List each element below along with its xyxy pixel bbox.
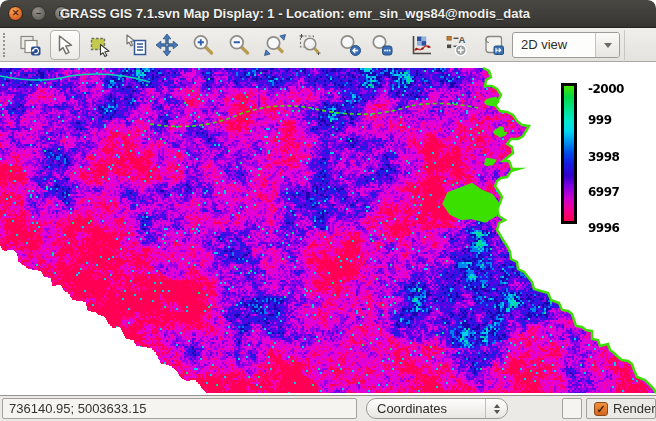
chevron-down-icon bbox=[494, 410, 500, 414]
close-button[interactable]: ✕ bbox=[8, 6, 23, 21]
statusbar: 736140.95; 5003633.15 Coordinates ✓ Rend… bbox=[0, 395, 656, 421]
svg-text:A: A bbox=[459, 34, 466, 45]
display-map-icon bbox=[18, 33, 42, 57]
map-raster-canvas[interactable] bbox=[0, 62, 656, 395]
map-toolbar: A 2D view bbox=[0, 28, 656, 62]
print-export-icon bbox=[482, 33, 506, 57]
view-mode-dropdown-button[interactable] bbox=[595, 33, 619, 57]
zoom-menu-button[interactable] bbox=[367, 30, 397, 60]
zoom-in-icon bbox=[191, 33, 215, 57]
window-title: GRASS GIS 7.1.svn Map Display: 1 - Locat… bbox=[60, 0, 530, 28]
add-overlay-icon: A bbox=[444, 33, 468, 57]
spinner-arrows-icon[interactable] bbox=[485, 399, 507, 418]
pan-icon bbox=[155, 33, 179, 57]
chevron-up-icon bbox=[494, 404, 500, 408]
minimize-button[interactable]: – bbox=[31, 6, 46, 21]
pan-button[interactable] bbox=[152, 30, 182, 60]
zoom-region-icon bbox=[298, 33, 322, 57]
statusbar-spacer bbox=[562, 398, 582, 419]
zoom-back-icon bbox=[338, 33, 362, 57]
render-field: ✓ Render bbox=[586, 398, 656, 419]
zoom-extent-icon bbox=[263, 33, 287, 57]
query-button[interactable] bbox=[121, 30, 151, 60]
analyze-map-button[interactable] bbox=[406, 30, 436, 60]
toolbar-separator bbox=[624, 30, 625, 60]
view-mode-select[interactable]: 2D view bbox=[512, 32, 620, 58]
zoom-back-button[interactable] bbox=[335, 30, 365, 60]
toolbar-drag-handle[interactable] bbox=[3, 33, 7, 57]
select-features-button[interactable] bbox=[85, 30, 115, 60]
display-map-button[interactable] bbox=[15, 30, 45, 60]
coordinate-display: 736140.95; 5003633.15 bbox=[2, 398, 357, 419]
zoom-extent-button[interactable] bbox=[260, 30, 290, 60]
zoom-in-button[interactable] bbox=[188, 30, 218, 60]
print-export-button[interactable] bbox=[479, 30, 509, 60]
zoom-region-button[interactable] bbox=[295, 30, 325, 60]
zoom-out-icon bbox=[227, 33, 251, 57]
add-overlay-button[interactable]: A bbox=[441, 30, 471, 60]
zoom-menu-icon bbox=[370, 33, 394, 57]
analyze-map-icon bbox=[409, 33, 433, 57]
statusbar-mode-select[interactable]: Coordinates bbox=[366, 398, 508, 419]
grass-map-display-window: ✕ – GRASS GIS 7.1.svn Map Display: 1 - L… bbox=[0, 0, 656, 421]
render-checkbox-label: Render bbox=[613, 401, 656, 416]
pointer-button[interactable] bbox=[50, 30, 80, 60]
statusbar-mode-value: Coordinates bbox=[367, 399, 485, 418]
select-features-icon bbox=[88, 33, 112, 57]
pointer-icon bbox=[53, 33, 77, 57]
query-icon bbox=[124, 33, 148, 57]
map-display-area: -2000 999 3998 6997 9996 bbox=[0, 62, 656, 395]
render-checkbox[interactable]: ✓ bbox=[594, 402, 608, 416]
titlebar: ✕ – GRASS GIS 7.1.svn Map Display: 1 - L… bbox=[0, 0, 656, 28]
zoom-out-button[interactable] bbox=[224, 30, 254, 60]
view-mode-value: 2D view bbox=[513, 33, 595, 57]
chevron-down-icon bbox=[604, 43, 612, 48]
